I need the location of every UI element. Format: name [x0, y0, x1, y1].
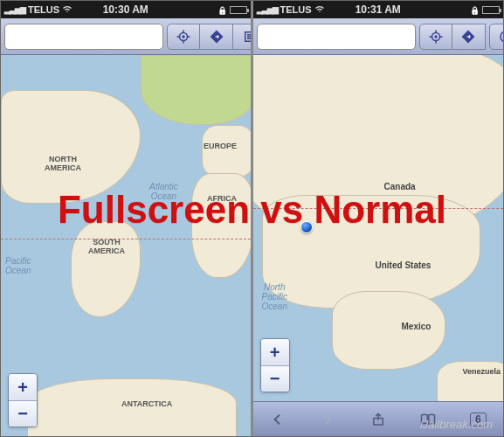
directions-button[interactable] — [452, 24, 486, 50]
land-europe — [202, 125, 251, 177]
label-north-america: NORTHAMERICA — [45, 156, 81, 173]
wifi-icon — [314, 4, 325, 15]
signal-icon: ▂▃▅▆ — [257, 5, 278, 14]
share-button[interactable] — [364, 412, 392, 427]
share-icon — [370, 412, 386, 427]
maps-toolbar — [253, 18, 504, 55]
signal-icon: ▂▃▅▆ — [4, 5, 25, 14]
label-antarctica: ANTARCTICA — [121, 400, 172, 409]
label-south-america: SOUTHAMERICA — [88, 239, 125, 256]
directions-icon — [460, 29, 476, 45]
label-canada: Canada — [384, 182, 416, 191]
status-bar: ▂▃▅▆ TELUS 10:31 AM — [253, 1, 504, 18]
carrier-label: TELUS — [280, 4, 312, 15]
list-icon — [242, 29, 252, 45]
carrier-label: TELUS — [28, 4, 59, 15]
zoom-out-button[interactable]: − — [9, 400, 37, 427]
svg-point-6 — [434, 35, 437, 38]
chevron-right-icon — [321, 413, 335, 427]
border-line — [253, 208, 504, 209]
land-north-america — [1, 90, 141, 204]
land-south-america — [71, 221, 141, 317]
label-pacific: PacificOcean — [5, 256, 31, 275]
zoom-in-button[interactable]: + — [261, 339, 289, 365]
screen-normal: ▂▃▅▆ TELUS 10:31 AM — [252, 1, 504, 436]
battery-icon — [482, 6, 500, 14]
land-greenland — [141, 55, 251, 125]
svg-point-1 — [182, 35, 184, 38]
maps-toolbar — [1, 18, 251, 55]
directions-icon — [209, 29, 224, 45]
clock: 10:30 AM — [103, 3, 148, 16]
label-mexico: Mexico — [402, 322, 432, 331]
zoom-in-button[interactable]: + — [9, 374, 37, 400]
forward-button[interactable] — [314, 413, 342, 427]
location-pin[interactable] — [300, 221, 313, 233]
wifi-icon — [62, 4, 72, 15]
list-button[interactable] — [233, 24, 252, 50]
zoom-out-button[interactable]: − — [261, 365, 289, 392]
clock: 10:31 AM — [356, 3, 401, 16]
status-bar: ▂▃▅▆ TELUS 10:30 AM — [1, 1, 251, 18]
equator-line — [1, 239, 251, 239]
dropdown-button[interactable] — [489, 24, 504, 50]
zoom-control: + − — [260, 338, 290, 392]
lock-icon — [470, 4, 480, 15]
crosshair-icon — [176, 29, 191, 45]
label-africa: AFRICA — [207, 195, 237, 204]
search-input[interactable] — [4, 24, 163, 50]
locate-button[interactable] — [167, 24, 200, 50]
label-atlantic: AtlanticOcean — [149, 182, 178, 201]
lock-icon — [217, 4, 227, 15]
label-venezuela: Venezuela — [463, 368, 501, 377]
map-canvas[interactable]: NORTHAMERICA SOUTHAMERICA EUROPE AFRICA … — [1, 55, 251, 436]
zoom-control: + − — [8, 373, 38, 427]
screen-fullscreen: ▂▃▅▆ TELUS 10:30 AM — [1, 1, 252, 436]
crosshair-icon — [428, 29, 444, 45]
watermark: iJailbreak.com — [420, 418, 493, 431]
back-button[interactable] — [264, 413, 292, 427]
map-canvas[interactable]: Canada United States Mexico Venezuela No… — [253, 55, 504, 401]
land-africa — [191, 173, 251, 278]
chevron-left-icon — [271, 413, 285, 427]
label-europe: EUROPE — [204, 142, 237, 151]
locate-button[interactable] — [419, 24, 452, 50]
label-pacific: NorthPacificOcean — [262, 282, 287, 311]
search-input[interactable] — [257, 24, 416, 50]
directions-button[interactable] — [200, 24, 233, 50]
chevron-down-icon — [498, 29, 504, 45]
label-usa: United States — [376, 260, 432, 270]
battery-icon — [230, 6, 247, 14]
